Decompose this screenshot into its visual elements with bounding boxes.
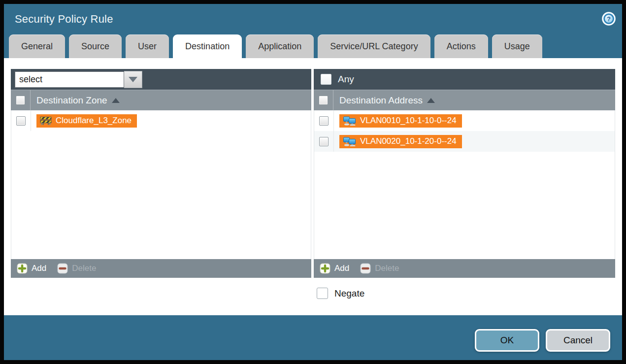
zone-row-checkbox-cell [11,110,31,131]
help-icon[interactable]: ? [601,11,616,26]
zone-select-combo [15,71,142,88]
svg-text:?: ? [607,15,611,23]
address-item[interactable]: VLAN0010_10-1-10-0--24 [339,114,462,128]
address-add-button[interactable]: Add [320,263,349,274]
negate-checkbox[interactable] [317,288,328,299]
destination-zone-panel: Destination Zone [11,69,311,278]
tab-destination[interactable]: Destination [173,34,242,58]
address-item[interactable]: VLAN0020_10-1-20-0--24 [339,135,462,148]
zone-delete-label: Delete [72,264,96,273]
tab-source[interactable]: Source [69,34,122,58]
address-select-all-checkbox[interactable] [319,96,328,105]
address-row: VLAN0010_10-1-10-0--24 [314,110,615,131]
tab-actions[interactable]: Actions [434,34,488,58]
zone-toolbar [11,69,311,90]
any-label: Any [338,74,354,85]
zone-add-label: Add [32,264,46,273]
address-row-checkbox-cell [314,110,334,131]
zone-item[interactable]: Cloudflare_L3_Zone [36,114,137,128]
zone-add-button[interactable]: Add [17,263,46,274]
destination-tab-content: Destination Zone [4,58,622,315]
address-row-checkbox[interactable] [319,116,329,126]
zone-footer: Add Delete [11,259,311,278]
negate-checkline: Negate [317,288,364,299]
zone-select-all-cell [11,90,31,110]
address-delete-label: Delete [375,264,399,273]
cancel-button[interactable]: Cancel [546,329,610,352]
zone-row-checkbox[interactable] [16,116,26,126]
sort-ascending-icon [427,98,435,103]
any-checkline: Any [318,74,354,85]
negate-label: Negate [334,288,364,299]
address-column-header-row: Destination Address [314,90,615,110]
tab-usage[interactable]: Usage [492,34,542,58]
red-minus-icon [360,263,371,274]
zone-item-label: Cloudflare_L3_Zone [56,116,132,126]
zone-delete-button[interactable]: Delete [57,263,96,274]
tab-service-url-category[interactable]: Service/URL Category [318,34,430,58]
network-nodes-icon [343,136,356,146]
address-row: VLAN0020_10-1-20-0--24 [314,131,615,152]
network-nodes-icon [343,116,356,126]
zone-column-header[interactable]: Destination Zone [36,95,120,106]
address-item-label: VLAN0010_10-1-10-0--24 [360,116,457,126]
green-plus-icon [320,263,330,274]
dialog-title: Security Policy Rule [15,4,113,34]
title-bar: Security Policy Rule ? [4,4,622,34]
tab-bar: General Source User Destination Applicat… [4,34,622,58]
sort-ascending-icon [112,98,120,103]
zone-column-header-row: Destination Zone [11,90,311,110]
any-checkbox[interactable] [321,74,331,85]
security-policy-rule-dialog: Security Policy Rule ? General Source Us… [4,4,622,360]
address-row-checkbox-cell [314,131,334,152]
zone-list: Cloudflare_L3_Zone [11,110,311,259]
address-column-header-label: Destination Address [339,95,423,106]
address-footer: Add Delete [314,259,615,278]
green-plus-icon [17,263,28,274]
ok-button[interactable]: OK [475,329,539,352]
dialog-footer: OK Cancel [4,315,622,360]
address-toolbar: Any [314,69,615,90]
tab-user[interactable]: User [126,34,169,58]
address-delete-button[interactable]: Delete [360,263,399,274]
address-list: VLAN0010_10-1-10-0--24 [314,110,615,259]
zone-row: Cloudflare_L3_Zone [11,110,311,131]
address-add-label: Add [334,264,349,273]
tab-application[interactable]: Application [246,34,314,58]
destination-address-panel: Any Destination Address [314,69,615,278]
zone-select-input[interactable] [15,71,124,88]
zone-barricade-icon [40,116,52,125]
address-row-checkbox[interactable] [319,137,329,146]
address-column-header[interactable]: Destination Address [339,95,435,106]
address-select-all-cell [314,90,333,110]
address-item-label: VLAN0020_10-1-20-0--24 [360,136,457,146]
zone-column-header-label: Destination Zone [36,95,107,106]
red-minus-icon [57,263,68,274]
tab-general[interactable]: General [9,34,65,58]
chevron-down-icon [129,77,137,82]
zone-select-dropdown-button[interactable] [124,71,142,88]
zone-select-all-checkbox[interactable] [16,96,25,105]
